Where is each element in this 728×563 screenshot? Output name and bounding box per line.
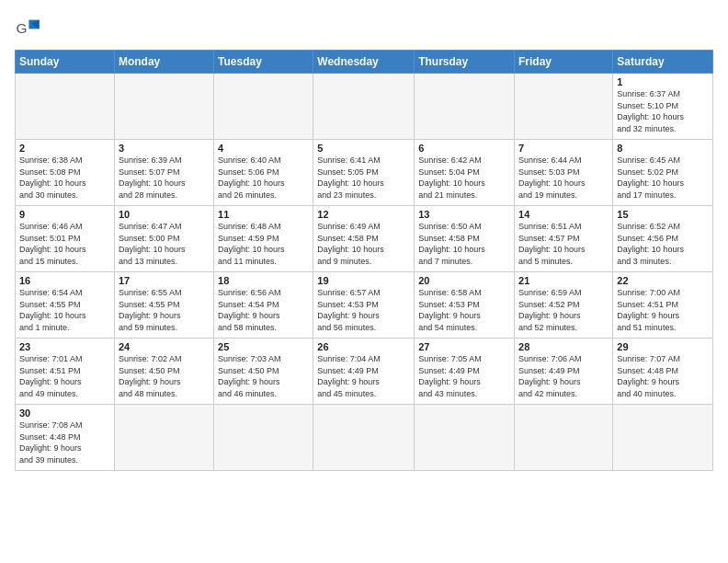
day-info: Sunrise: 7:04 AM Sunset: 4:49 PM Dayligh… xyxy=(317,353,410,399)
calendar-row: 9Sunrise: 6:46 AM Sunset: 5:01 PM Daylig… xyxy=(16,206,713,272)
calendar-cell xyxy=(114,405,213,471)
day-info: Sunrise: 6:54 AM Sunset: 4:55 PM Dayligh… xyxy=(19,287,110,333)
calendar-row: 23Sunrise: 7:01 AM Sunset: 4:51 PM Dayli… xyxy=(16,339,713,405)
calendar-cell xyxy=(214,405,313,471)
day-number: 30 xyxy=(19,408,110,419)
day-info: Sunrise: 6:56 AM Sunset: 4:54 PM Dayligh… xyxy=(218,287,309,333)
calendar-cell: 1Sunrise: 6:37 AM Sunset: 5:10 PM Daylig… xyxy=(613,74,713,140)
day-info: Sunrise: 6:46 AM Sunset: 5:01 PM Dayligh… xyxy=(19,221,110,267)
calendar-cell: 14Sunrise: 6:51 AM Sunset: 4:57 PM Dayli… xyxy=(515,206,613,272)
day-info: Sunrise: 6:47 AM Sunset: 5:00 PM Dayligh… xyxy=(119,221,210,267)
day-number: 21 xyxy=(518,275,609,286)
day-info: Sunrise: 7:00 AM Sunset: 4:51 PM Dayligh… xyxy=(617,287,709,333)
calendar-cell xyxy=(613,405,713,471)
calendar-body: 1Sunrise: 6:37 AM Sunset: 5:10 PM Daylig… xyxy=(16,74,713,471)
day-info: Sunrise: 6:45 AM Sunset: 5:02 PM Dayligh… xyxy=(617,155,709,201)
day-number: 19 xyxy=(317,275,410,286)
day-number: 20 xyxy=(418,275,510,286)
day-info: Sunrise: 7:03 AM Sunset: 4:50 PM Dayligh… xyxy=(218,353,309,399)
calendar-cell xyxy=(313,405,415,471)
day-number: 1 xyxy=(617,76,709,87)
page: G SundayMondayTuesdayWednesdayThursdayFr… xyxy=(0,0,728,563)
day-info: Sunrise: 6:42 AM Sunset: 5:04 PM Dayligh… xyxy=(418,155,510,201)
calendar-cell xyxy=(114,74,213,140)
weekday-wednesday: Wednesday xyxy=(313,51,415,74)
calendar-cell: 10Sunrise: 6:47 AM Sunset: 5:00 PM Dayli… xyxy=(114,206,213,272)
day-info: Sunrise: 6:51 AM Sunset: 4:57 PM Dayligh… xyxy=(518,221,609,267)
calendar-cell xyxy=(515,74,613,140)
day-number: 10 xyxy=(119,209,210,220)
calendar-cell: 2Sunrise: 6:38 AM Sunset: 5:08 PM Daylig… xyxy=(16,140,115,206)
day-number: 3 xyxy=(119,143,210,154)
logo: G xyxy=(15,15,44,40)
calendar: SundayMondayTuesdayWednesdayThursdayFrid… xyxy=(15,50,713,471)
day-number: 5 xyxy=(317,143,410,154)
calendar-row: 30Sunrise: 7:08 AM Sunset: 4:48 PM Dayli… xyxy=(16,405,713,471)
weekday-friday: Friday xyxy=(515,51,613,74)
day-number: 28 xyxy=(518,341,609,352)
calendar-cell: 26Sunrise: 7:04 AM Sunset: 4:49 PM Dayli… xyxy=(313,339,415,405)
day-info: Sunrise: 6:49 AM Sunset: 4:58 PM Dayligh… xyxy=(317,221,410,267)
calendar-cell: 28Sunrise: 7:06 AM Sunset: 4:49 PM Dayli… xyxy=(515,339,613,405)
weekday-saturday: Saturday xyxy=(613,51,713,74)
calendar-cell: 18Sunrise: 6:56 AM Sunset: 4:54 PM Dayli… xyxy=(214,272,313,339)
calendar-cell: 23Sunrise: 7:01 AM Sunset: 4:51 PM Dayli… xyxy=(16,339,115,405)
day-info: Sunrise: 6:48 AM Sunset: 4:59 PM Dayligh… xyxy=(218,221,309,267)
day-info: Sunrise: 6:41 AM Sunset: 5:05 PM Dayligh… xyxy=(317,155,410,201)
day-number: 23 xyxy=(19,341,110,352)
logo-icon: G xyxy=(15,15,40,40)
calendar-row: 2Sunrise: 6:38 AM Sunset: 5:08 PM Daylig… xyxy=(16,140,713,206)
day-number: 4 xyxy=(218,143,309,154)
calendar-cell xyxy=(515,405,613,471)
day-number: 6 xyxy=(418,143,510,154)
calendar-row: 16Sunrise: 6:54 AM Sunset: 4:55 PM Dayli… xyxy=(16,272,713,339)
day-number: 7 xyxy=(518,143,609,154)
day-number: 14 xyxy=(518,209,609,220)
calendar-cell: 9Sunrise: 6:46 AM Sunset: 5:01 PM Daylig… xyxy=(16,206,115,272)
day-info: Sunrise: 6:44 AM Sunset: 5:03 PM Dayligh… xyxy=(518,155,609,201)
day-info: Sunrise: 6:38 AM Sunset: 5:08 PM Dayligh… xyxy=(19,155,110,201)
day-number: 12 xyxy=(317,209,410,220)
day-number: 16 xyxy=(19,275,110,286)
weekday-row: SundayMondayTuesdayWednesdayThursdayFrid… xyxy=(16,51,713,74)
day-number: 26 xyxy=(317,341,410,352)
day-number: 29 xyxy=(617,341,709,352)
calendar-cell: 5Sunrise: 6:41 AM Sunset: 5:05 PM Daylig… xyxy=(313,140,415,206)
day-info: Sunrise: 6:52 AM Sunset: 4:56 PM Dayligh… xyxy=(617,221,709,267)
calendar-cell: 30Sunrise: 7:08 AM Sunset: 4:48 PM Dayli… xyxy=(16,405,115,471)
calendar-cell: 13Sunrise: 6:50 AM Sunset: 4:58 PM Dayli… xyxy=(415,206,515,272)
calendar-cell: 29Sunrise: 7:07 AM Sunset: 4:48 PM Dayli… xyxy=(613,339,713,405)
day-info: Sunrise: 7:06 AM Sunset: 4:49 PM Dayligh… xyxy=(518,353,609,399)
svg-text:G: G xyxy=(16,20,27,36)
calendar-cell: 27Sunrise: 7:05 AM Sunset: 4:49 PM Dayli… xyxy=(415,339,515,405)
calendar-cell xyxy=(415,74,515,140)
calendar-cell xyxy=(16,74,115,140)
calendar-cell: 16Sunrise: 6:54 AM Sunset: 4:55 PM Dayli… xyxy=(16,272,115,339)
day-info: Sunrise: 6:37 AM Sunset: 5:10 PM Dayligh… xyxy=(617,88,709,134)
day-number: 18 xyxy=(218,275,309,286)
calendar-cell: 24Sunrise: 7:02 AM Sunset: 4:50 PM Dayli… xyxy=(114,339,213,405)
day-info: Sunrise: 7:07 AM Sunset: 4:48 PM Dayligh… xyxy=(617,353,709,399)
day-number: 9 xyxy=(19,209,110,220)
calendar-cell: 22Sunrise: 7:00 AM Sunset: 4:51 PM Dayli… xyxy=(613,272,713,339)
day-info: Sunrise: 6:57 AM Sunset: 4:53 PM Dayligh… xyxy=(317,287,410,333)
weekday-monday: Monday xyxy=(114,51,213,74)
weekday-sunday: Sunday xyxy=(16,51,115,74)
day-info: Sunrise: 7:05 AM Sunset: 4:49 PM Dayligh… xyxy=(418,353,510,399)
day-info: Sunrise: 6:40 AM Sunset: 5:06 PM Dayligh… xyxy=(218,155,309,201)
calendar-header: SundayMondayTuesdayWednesdayThursdayFrid… xyxy=(16,51,713,74)
calendar-cell: 4Sunrise: 6:40 AM Sunset: 5:06 PM Daylig… xyxy=(214,140,313,206)
day-number: 25 xyxy=(218,341,309,352)
day-number: 17 xyxy=(119,275,210,286)
calendar-cell: 19Sunrise: 6:57 AM Sunset: 4:53 PM Dayli… xyxy=(313,272,415,339)
header: G xyxy=(15,15,713,40)
calendar-cell: 8Sunrise: 6:45 AM Sunset: 5:02 PM Daylig… xyxy=(613,140,713,206)
calendar-cell: 15Sunrise: 6:52 AM Sunset: 4:56 PM Dayli… xyxy=(613,206,713,272)
calendar-cell: 3Sunrise: 6:39 AM Sunset: 5:07 PM Daylig… xyxy=(114,140,213,206)
calendar-cell xyxy=(313,74,415,140)
day-number: 2 xyxy=(19,143,110,154)
day-info: Sunrise: 7:08 AM Sunset: 4:48 PM Dayligh… xyxy=(19,419,110,465)
day-info: Sunrise: 6:55 AM Sunset: 4:55 PM Dayligh… xyxy=(119,287,210,333)
day-number: 27 xyxy=(418,341,510,352)
calendar-cell: 7Sunrise: 6:44 AM Sunset: 5:03 PM Daylig… xyxy=(515,140,613,206)
